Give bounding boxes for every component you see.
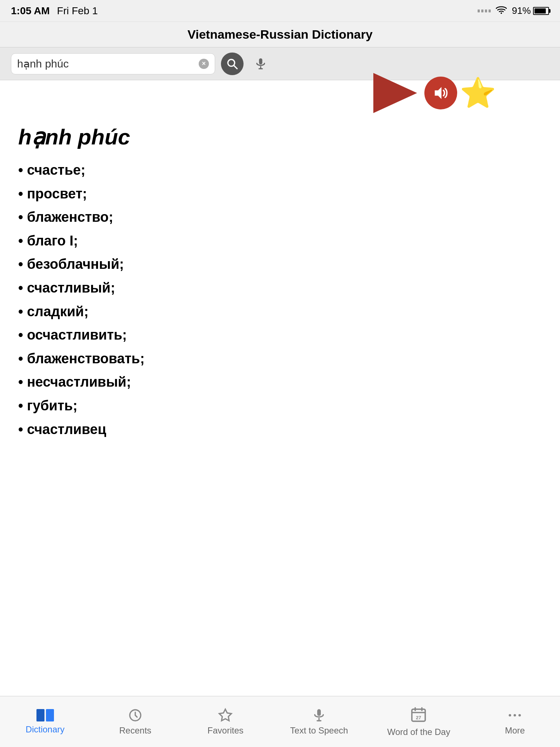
svg-rect-9 bbox=[317, 709, 321, 716]
tab-favorites[interactable]: Favorites bbox=[192, 704, 258, 739]
tab-tts[interactable]: Text to Speech bbox=[283, 704, 355, 739]
microphone-button[interactable] bbox=[249, 53, 272, 75]
tab-recents-label: Recents bbox=[119, 725, 151, 736]
search-button[interactable] bbox=[221, 53, 244, 75]
calendar-icon: 27 bbox=[411, 707, 427, 723]
star-icon: ⭐ bbox=[460, 76, 496, 110]
tab-tts-label: Text to Speech bbox=[290, 725, 348, 736]
favorites-icon bbox=[218, 708, 233, 723]
wotd-icon-wrapper: 27 bbox=[411, 707, 427, 724]
definition-item: просвет; bbox=[18, 182, 542, 206]
status-time: 1:05 AM bbox=[11, 5, 50, 17]
tab-recents[interactable]: Recents bbox=[102, 704, 168, 739]
battery-indicator: 91% bbox=[512, 5, 549, 16]
clear-button[interactable]: × bbox=[199, 59, 209, 69]
tab-more-label: More bbox=[505, 725, 525, 736]
definition-item: губить; bbox=[18, 394, 542, 418]
app-title: Vietnamese-Russian Dictionary bbox=[187, 27, 373, 42]
search-input[interactable] bbox=[17, 58, 199, 70]
speaker-icon bbox=[433, 85, 449, 101]
tab-bar: Dictionary Recents Favorites Text to Spe… bbox=[0, 696, 560, 747]
action-buttons: ⭐ bbox=[424, 77, 494, 109]
definition-item: счастье; bbox=[18, 158, 542, 182]
tab-wotd[interactable]: 27 Word of the Day bbox=[380, 703, 458, 741]
more-icon bbox=[508, 708, 522, 723]
tab-more[interactable]: More bbox=[482, 704, 548, 739]
tab-favorites-label: Favorites bbox=[207, 725, 244, 736]
search-icon bbox=[226, 58, 238, 70]
entry-word: hạnh phúc bbox=[18, 124, 542, 150]
svg-line-2 bbox=[234, 65, 237, 69]
svg-point-19 bbox=[518, 714, 521, 716]
title-bar: Vietnamese-Russian Dictionary bbox=[0, 22, 560, 47]
svg-marker-8 bbox=[219, 709, 232, 721]
definition-item: счастливец bbox=[18, 418, 542, 441]
definition-item: сладкий; bbox=[18, 300, 542, 324]
tab-wotd-label: Word of the Day bbox=[387, 727, 450, 737]
battery-percentage: 91% bbox=[512, 5, 531, 16]
signal-icon bbox=[478, 9, 491, 12]
svg-rect-3 bbox=[259, 58, 262, 65]
status-bar: 1:05 AM Fri Feb 1 91% bbox=[0, 0, 560, 22]
definition-item: блаженствовать; bbox=[18, 347, 542, 371]
svg-point-0 bbox=[501, 12, 502, 14]
microphone-icon bbox=[254, 57, 267, 70]
definition-item: счастливый; bbox=[18, 276, 542, 300]
favorite-button[interactable]: ⭐ bbox=[462, 77, 494, 109]
recents-icon bbox=[128, 708, 143, 723]
svg-point-17 bbox=[509, 714, 512, 716]
svg-point-18 bbox=[514, 714, 516, 716]
definition-item: осчастливить; bbox=[18, 323, 542, 347]
tts-icon bbox=[312, 708, 326, 723]
speaker-button[interactable] bbox=[424, 77, 457, 109]
annotation-arrow-container: ⭐ bbox=[373, 73, 494, 113]
definition-list: счастье;просвет;блаженство;благо I;безоб… bbox=[18, 158, 542, 441]
books-icon bbox=[36, 709, 54, 721]
svg-marker-6 bbox=[435, 87, 442, 99]
arrow-icon bbox=[373, 73, 417, 113]
tab-dictionary-label: Dictionary bbox=[26, 724, 65, 735]
definition-item: безоблачный; bbox=[18, 252, 542, 276]
status-date: Fri Feb 1 bbox=[57, 5, 98, 17]
search-input-wrapper: × bbox=[11, 53, 215, 74]
dictionary-content: hạnh phúc счастье;просвет;блаженство;бла… bbox=[0, 109, 560, 456]
svg-text:27: 27 bbox=[416, 715, 421, 720]
definition-item: блаженство; bbox=[18, 205, 542, 229]
wifi-icon bbox=[496, 6, 507, 16]
definition-item: благо I; bbox=[18, 229, 542, 253]
tab-dictionary[interactable]: Dictionary bbox=[12, 705, 78, 738]
definition-item: несчастливый; bbox=[18, 370, 542, 394]
